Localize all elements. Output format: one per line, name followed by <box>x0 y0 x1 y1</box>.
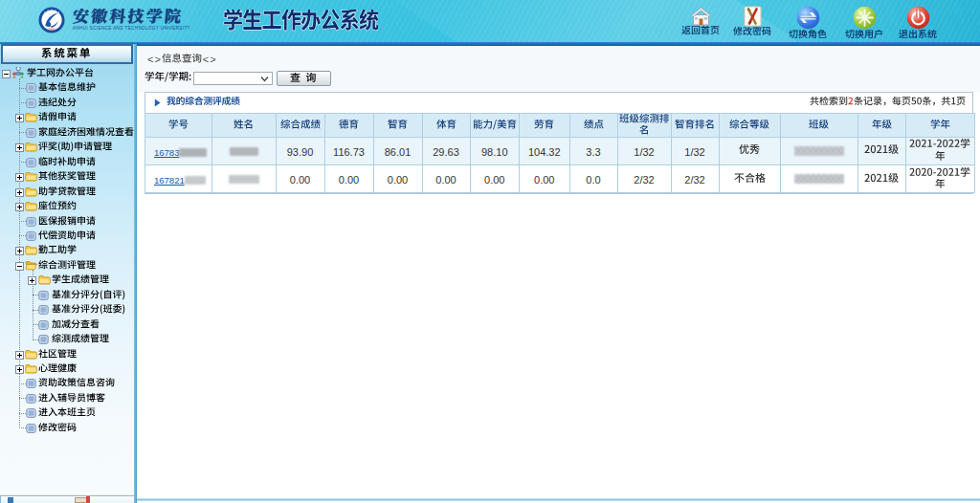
svg-text:1950: 1950 <box>48 28 56 32</box>
